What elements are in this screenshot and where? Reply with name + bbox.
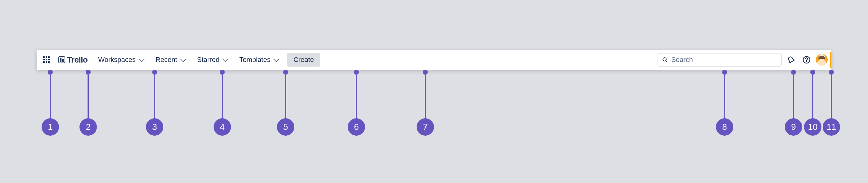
annotation-number: 2 [80, 118, 97, 136]
annotation-marker: 9 [785, 70, 802, 136]
annotation-number: 5 [277, 118, 294, 136]
menu-workspaces[interactable]: Workspaces [93, 54, 148, 66]
annotation-number: 10 [804, 118, 822, 136]
svg-point-0 [663, 58, 666, 61]
apps-grid-icon [43, 56, 50, 63]
menu-templates[interactable]: Templates [235, 54, 283, 66]
search-input[interactable] [671, 56, 777, 64]
annotation-line [356, 75, 357, 118]
annotation-number: 7 [416, 118, 434, 136]
chevron-down-icon [138, 56, 145, 62]
annotation-dot [829, 70, 834, 75]
svg-line-1 [666, 61, 667, 62]
annotation-line [812, 75, 813, 118]
annotation-marker: 6 [348, 70, 365, 136]
annotation-number: 3 [146, 118, 163, 136]
annotation-dot [791, 70, 796, 75]
top-navbar: Trello Workspaces Recent Starred Templat… [37, 50, 831, 70]
chevron-down-icon [222, 56, 228, 62]
annotation-dot [86, 70, 91, 75]
svg-point-3 [806, 61, 807, 62]
trello-logo-icon [58, 56, 65, 63]
bell-icon [787, 56, 795, 64]
annotation-marker: 8 [716, 70, 733, 136]
annotation-number: 8 [716, 118, 733, 136]
annotation-marker: 5 [277, 70, 294, 136]
annotation-layer: 1234567891011 [0, 70, 868, 151]
chevron-down-icon [273, 56, 279, 62]
annotation-line [50, 75, 51, 118]
menu-starred[interactable]: Starred [192, 54, 232, 66]
annotation-marker: 4 [214, 70, 231, 136]
annotation-dot [722, 70, 727, 75]
annotation-line [793, 75, 794, 118]
annotation-number: 11 [823, 118, 840, 136]
create-button-label: Create [293, 56, 314, 64]
navbar-left: Trello Workspaces Recent Starred Templat… [40, 53, 320, 67]
annotation-number: 1 [41, 118, 59, 136]
menu-recent[interactable]: Recent [151, 54, 190, 66]
menu-label: Recent [156, 56, 177, 64]
annotation-number: 6 [348, 118, 365, 136]
help-icon [803, 56, 811, 64]
annotation-dot [283, 70, 288, 75]
annotation-dot [220, 70, 225, 75]
annotation-dot [48, 70, 53, 75]
annotation-marker: 3 [146, 70, 163, 136]
annotation-number: 4 [214, 118, 231, 136]
app-switcher-button[interactable] [40, 54, 53, 66]
annotation-dot [810, 70, 815, 75]
search-icon [662, 56, 668, 63]
annotation-dot [152, 70, 157, 75]
notifications-button[interactable] [785, 54, 797, 66]
annotation-number: 9 [785, 118, 802, 136]
annotation-dot [354, 70, 359, 75]
annotation-line [724, 75, 725, 118]
menu-label: Workspaces [98, 56, 136, 64]
annotation-line [425, 75, 426, 118]
annotation-line [831, 75, 832, 118]
annotation-dot [423, 70, 428, 75]
menu-label: Starred [197, 56, 219, 64]
search-box[interactable] [657, 53, 782, 67]
annotation-marker: 11 [823, 70, 840, 136]
annotation-marker: 10 [804, 70, 822, 136]
annotation-marker: 7 [416, 70, 434, 136]
help-button[interactable] [800, 54, 813, 66]
annotation-marker: 1 [41, 70, 59, 136]
annotation-line [154, 75, 155, 118]
account-avatar[interactable] [816, 54, 828, 66]
chevron-down-icon [180, 56, 186, 62]
menu-label: Templates [239, 56, 270, 64]
annotation-line [88, 75, 89, 118]
annotation-line [285, 75, 286, 118]
annotation-marker: 2 [80, 70, 97, 136]
navbar-right [657, 53, 828, 67]
trello-logo[interactable]: Trello [55, 54, 91, 66]
create-button[interactable]: Create [287, 53, 320, 67]
annotation-line [222, 75, 223, 118]
trello-logo-text: Trello [67, 55, 88, 65]
